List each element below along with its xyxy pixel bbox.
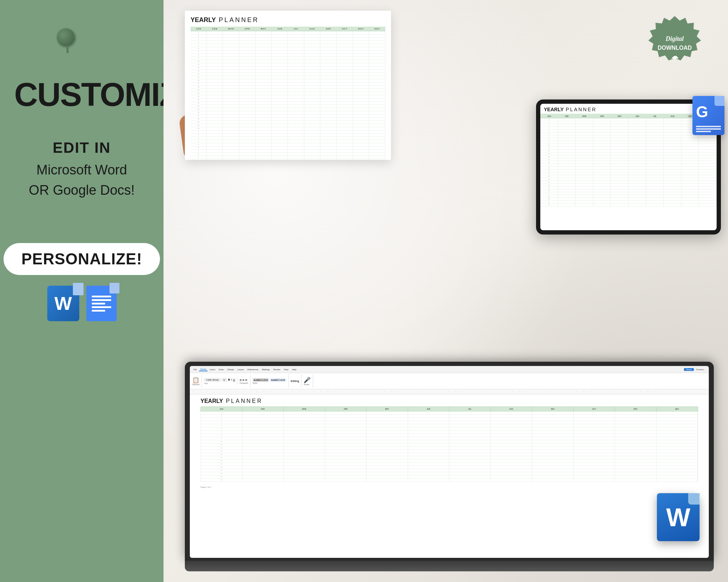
data-cell — [288, 146, 304, 149]
laptop-base — [185, 561, 714, 571]
data-cell — [223, 89, 239, 92]
laptop-data-cell — [408, 415, 450, 417]
laptop-data-cell — [491, 431, 532, 433]
menu-draw[interactable]: Draw — [217, 368, 225, 371]
data-cell — [337, 124, 353, 127]
data-cell — [272, 76, 288, 79]
menu-file[interactable]: File — [192, 368, 198, 371]
data-cell — [337, 146, 353, 149]
menu-help[interactable]: Help — [290, 368, 298, 371]
tablet-data-cell — [628, 195, 646, 198]
month-jul: JUL — [288, 27, 304, 31]
laptop-data-cell — [408, 421, 450, 424]
tablet-data-cell: 7 — [540, 135, 558, 138]
laptop-data-cell — [615, 437, 657, 440]
tablet-data-cell — [628, 138, 646, 141]
tablet-data-cell: 30 — [540, 201, 558, 203]
tablet-data-cell — [646, 141, 664, 144]
data-cell — [304, 127, 321, 130]
align-right-icon[interactable]: ≡ — [245, 378, 247, 382]
menu-mailings[interactable]: Mailings — [261, 368, 271, 371]
tablet-data-cell — [593, 152, 611, 155]
data-cell — [304, 111, 321, 114]
data-cell — [272, 95, 288, 98]
editing-ribbon-label[interactable]: Editing — [291, 380, 299, 382]
tablet-data-cell — [558, 189, 576, 192]
data-cell — [369, 108, 385, 111]
laptop-data-cell — [366, 437, 408, 440]
gdocs-file-line-3 — [696, 131, 711, 132]
tablet-data-cell — [576, 192, 593, 195]
font-underline[interactable]: U — [233, 378, 235, 381]
data-row: 1 — [191, 130, 385, 134]
data-cell — [239, 118, 256, 120]
laptop-data-cell — [449, 447, 491, 449]
laptop-data-cell — [325, 427, 367, 430]
data-cell — [256, 137, 272, 140]
data-cell — [207, 124, 223, 127]
tablet-data-cell — [611, 192, 628, 195]
laptop-data-cell: 4 — [201, 421, 242, 424]
data-cell — [304, 73, 321, 76]
data-cell — [304, 57, 321, 60]
dictate-icon[interactable]: 🎤 — [304, 377, 311, 383]
laptop-data-cell — [449, 443, 491, 446]
tablet-data-cell — [628, 152, 646, 155]
laptop-data-cell — [408, 459, 450, 462]
laptop-planner-title-light: PLANNER — [226, 398, 263, 404]
menu-insert[interactable]: Insert — [208, 368, 216, 371]
data-cell — [337, 44, 353, 47]
data-cell — [207, 159, 223, 160]
laptop-data-cell — [284, 421, 325, 424]
align-center-icon[interactable]: ≡ — [242, 378, 245, 382]
font-italic[interactable]: I — [231, 378, 232, 381]
data-cell — [320, 47, 337, 50]
data-cell — [320, 89, 337, 92]
personalize-button[interactable]: PERSONALIZE! — [4, 243, 160, 275]
tablet-data-cell — [611, 169, 628, 172]
tablet-data-row: 10 — [540, 144, 717, 147]
data-cell — [288, 127, 304, 130]
font-name[interactable]: Calibri (Body) — [204, 378, 220, 382]
data-cell — [353, 156, 369, 159]
data-cell — [304, 121, 321, 124]
laptop-data-cell — [366, 453, 408, 456]
laptop-data-cell — [366, 459, 408, 462]
laptop-data-cell — [491, 415, 532, 417]
data-cell: 16 — [191, 79, 207, 82]
menu-layout[interactable]: Layout — [236, 368, 245, 371]
paste-icon[interactable]: 📋 — [192, 377, 199, 383]
laptop-data-cell — [491, 453, 532, 456]
tablet-data-cell — [576, 124, 593, 126]
menu-view[interactable]: View — [282, 368, 290, 371]
laptop-data-cell: 17 — [201, 463, 242, 465]
menu-home[interactable]: Home — [199, 368, 208, 371]
menu-review[interactable]: Review — [272, 368, 282, 371]
tablet-data-cell — [593, 189, 611, 192]
align-left-icon[interactable]: ≡ — [240, 378, 242, 382]
data-cell — [369, 73, 385, 76]
tablet-data-cell — [576, 172, 593, 175]
tablet-month-may: MAY — [611, 114, 628, 118]
font-size[interactable]: 11 — [222, 378, 227, 382]
data-cell: 21 — [191, 95, 207, 98]
tablet-data-cell: 4 — [540, 127, 558, 129]
menu-design[interactable]: Design — [226, 368, 235, 371]
data-cell: 14 — [191, 73, 207, 76]
data-cell — [337, 114, 353, 117]
tablet-data-cell — [576, 152, 593, 155]
laptop-data-cell — [615, 469, 657, 472]
data-cell — [239, 108, 256, 111]
style-normal[interactable]: AaBbCcDd — [253, 378, 269, 382]
data-cell — [369, 146, 385, 149]
comments-button[interactable]: Comme... — [695, 368, 707, 371]
tablet-data-row: 9 — [540, 141, 717, 144]
style-heading[interactable]: AaBbCcDd — [270, 378, 286, 382]
menu-references[interactable]: References — [246, 368, 260, 371]
share-button[interactable]: Share — [684, 368, 694, 371]
data-cell — [256, 105, 272, 108]
tablet-data-cell — [699, 169, 717, 172]
lm-jul: JUL — [449, 407, 491, 411]
tablet-data-cell — [628, 135, 646, 138]
font-bold[interactable]: B — [228, 378, 230, 381]
